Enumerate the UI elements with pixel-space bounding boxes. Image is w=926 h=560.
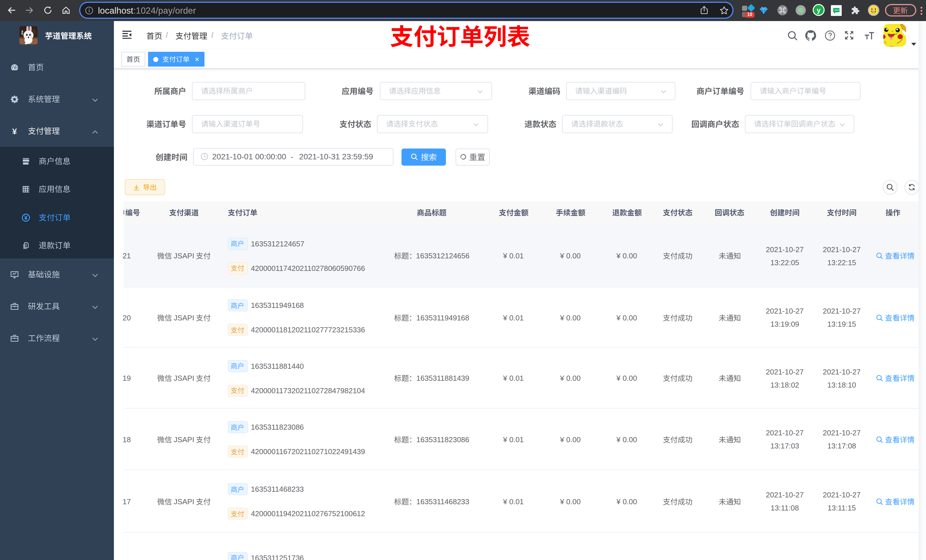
svg-text:y: y bbox=[817, 6, 821, 14]
